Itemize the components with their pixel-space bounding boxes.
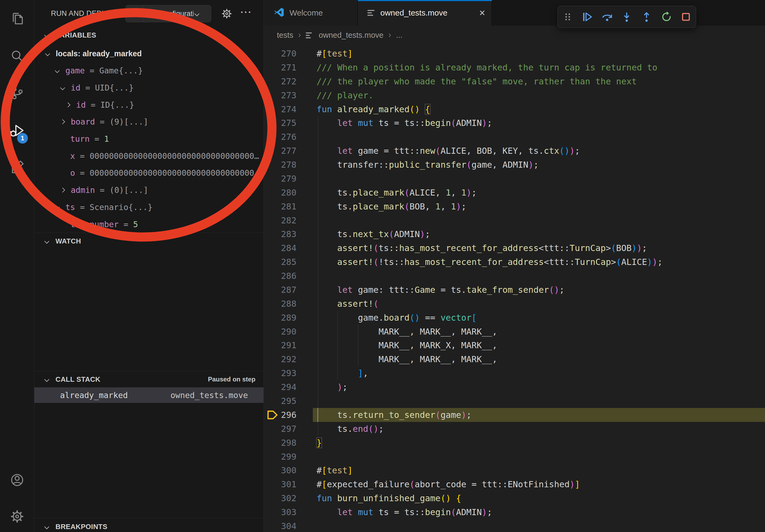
line-number[interactable]: 300 <box>264 463 297 477</box>
chevron-right-icon[interactable] <box>60 187 65 192</box>
code-line-286[interactable]: 286 <box>264 269 765 283</box>
source-control-icon[interactable] <box>0 85 34 101</box>
line-number[interactable]: 273 <box>264 89 297 102</box>
code-line-301[interactable]: 301#[expected_failure(abort_code = ttt::… <box>264 477 765 491</box>
close-icon[interactable]: × <box>479 8 485 18</box>
code-line-299[interactable]: 299 <box>264 450 765 464</box>
line-number[interactable]: 283 <box>264 227 297 241</box>
breadcrumb-item-symbol[interactable]: ... <box>396 31 402 40</box>
code-line-280[interactable]: 280 ts.place_mark(ALICE, 1, 1); <box>264 186 765 199</box>
code-line-285[interactable]: 285 assert!(!ts::has_most_recent_for_add… <box>264 255 765 269</box>
variables-section-header[interactable]: VARIABLES <box>34 27 264 43</box>
line-number[interactable]: 291 <box>264 338 297 352</box>
line-number[interactable]: 272 <box>264 75 297 89</box>
line-number[interactable]: 292 <box>264 352 297 366</box>
chevron-down-icon[interactable] <box>55 205 60 209</box>
code-line-274[interactable]: 274fun already_marked() { <box>264 102 765 116</box>
breakpoints-section-header[interactable]: BREAKPOINTS <box>34 518 264 532</box>
run-and-debug-icon[interactable] <box>0 123 34 139</box>
code-line-292[interactable]: 292 MARK__, MARK__, MARK__, <box>264 352 765 366</box>
call-stack-section-header[interactable]: CALL STACK Paused on step <box>34 371 264 388</box>
code-line-295[interactable]: 295 <box>264 394 765 408</box>
drag-handle-icon[interactable] <box>559 8 576 26</box>
step-out-icon[interactable] <box>638 8 655 26</box>
code-line-298[interactable]: 298} <box>264 436 765 450</box>
line-number[interactable]: 304 <box>264 519 297 532</box>
code-line-284[interactable]: 284 assert!(ts::has_most_recent_for_addr… <box>264 241 765 255</box>
line-number[interactable]: 293 <box>264 366 297 380</box>
account-icon[interactable] <box>0 472 34 488</box>
code-line-294[interactable]: 294 ); <box>264 380 765 394</box>
variable-row[interactable]: ts = Scenario{...} <box>34 198 262 216</box>
chevron-down-icon[interactable] <box>194 11 199 16</box>
code-line-279[interactable]: 279 <box>264 172 765 186</box>
code-line-300[interactable]: 300#[test] <box>264 463 765 477</box>
line-number[interactable]: 288 <box>264 297 297 311</box>
code-line-273[interactable]: 273/// player. <box>264 89 765 102</box>
code-line-288[interactable]: 288 assert!( <box>264 297 765 311</box>
config-dropdown[interactable]: No Configurations <box>148 10 194 18</box>
variable-row[interactable]: o = 000000000000000000000000000000000000… <box>34 164 262 182</box>
code-line-296[interactable]: 296 ts.return_to_sender(game); <box>264 408 765 422</box>
line-number[interactable]: 290 <box>264 325 297 339</box>
debug-settings-gear-icon[interactable] <box>221 8 233 20</box>
variable-row[interactable]: x = 000000000000000000000000000000000000… <box>34 147 262 164</box>
code-line-297[interactable]: 297 ts.end(); <box>264 422 765 436</box>
chevron-down-icon[interactable] <box>45 51 50 56</box>
code-line-293[interactable]: 293 ], <box>264 366 765 380</box>
scope-row[interactable]: locals: already_marked <box>34 45 262 62</box>
line-number[interactable]: 282 <box>264 213 297 227</box>
code-line-282[interactable]: 282 <box>264 213 765 227</box>
breadcrumb-item-folder[interactable]: tests <box>277 31 293 40</box>
settings-gear-icon[interactable] <box>0 508 34 524</box>
line-number[interactable]: 298 <box>264 436 297 450</box>
variable-row[interactable]: txn_number = 5 <box>34 216 262 233</box>
code-line-278[interactable]: 278 transfer::public_transfer(game, ADMI… <box>264 158 765 172</box>
code-line-287[interactable]: 287 let game: ttt::Game = ts.take_from_s… <box>264 283 765 297</box>
line-number[interactable]: 287 <box>264 283 297 297</box>
line-number[interactable]: 284 <box>264 241 297 255</box>
line-number[interactable]: 286 <box>264 269 297 283</box>
step-over-icon[interactable] <box>598 8 616 26</box>
line-number[interactable]: 278 <box>264 158 297 172</box>
code-area[interactable]: 270#[test]271/// When a position is alre… <box>264 45 765 532</box>
tab-owned-tests-move[interactable]: owned_tests.move × <box>358 0 492 26</box>
line-number[interactable]: 301 <box>264 477 297 491</box>
variable-row[interactable]: admin = (0)[...] <box>34 182 262 199</box>
code-line-272[interactable]: 272/// the player who made the "false" m… <box>264 75 765 89</box>
variable-row[interactable]: id = ID{...} <box>34 96 262 113</box>
variable-row[interactable]: game = Game{...} <box>34 62 262 79</box>
step-into-icon[interactable] <box>618 8 635 26</box>
line-number[interactable]: 297 <box>264 422 297 436</box>
code-line-281[interactable]: 281 ts.place_mark(BOB, 1, 1); <box>264 199 765 213</box>
line-number[interactable]: 270 <box>264 47 297 61</box>
code-line-275[interactable]: 275 let mut ts = ts::begin(ADMIN); <box>264 116 765 130</box>
variable-row[interactable]: turn = 1 <box>34 131 262 147</box>
code-line-276[interactable]: 276 <box>264 130 765 144</box>
code-line-302[interactable]: 302fun burn_unfinished_game() { <box>264 491 765 505</box>
more-actions-icon[interactable]: ··· <box>240 6 253 18</box>
watch-section-header[interactable]: WATCH <box>34 232 264 249</box>
stop-icon[interactable] <box>677 8 694 26</box>
line-number[interactable]: 294 <box>264 380 297 394</box>
chevron-down-icon[interactable] <box>55 68 60 73</box>
tab-welcome[interactable]: Welcome <box>264 0 358 26</box>
call-stack-frame[interactable]: already_marked owned_tests.move <box>34 387 264 403</box>
line-number[interactable]: 281 <box>264 199 297 213</box>
code-line-283[interactable]: 283 ts.next_tx(ADMIN); <box>264 227 765 241</box>
chevron-right-icon[interactable] <box>65 102 70 107</box>
restart-icon[interactable] <box>658 8 675 26</box>
variable-row[interactable]: id = UID{...} <box>34 79 262 96</box>
line-number[interactable]: 275 <box>264 116 297 130</box>
continue-icon[interactable] <box>579 8 596 26</box>
line-number[interactable]: 295 <box>264 394 297 408</box>
explorer-icon[interactable] <box>0 10 34 27</box>
line-number[interactable]: 277 <box>264 144 297 158</box>
variable-row[interactable]: board = (9)[...] <box>34 113 262 131</box>
code-line-270[interactable]: 270#[test] <box>264 47 765 61</box>
line-number[interactable]: 276 <box>264 130 297 144</box>
start-debugging-icon[interactable] <box>126 8 143 19</box>
line-number[interactable]: 303 <box>264 505 297 519</box>
breadcrumb-item-file[interactable]: owned_tests.move <box>319 31 383 40</box>
code-line-291[interactable]: 291 MARK__, MARK_X, MARK__, <box>264 338 765 352</box>
